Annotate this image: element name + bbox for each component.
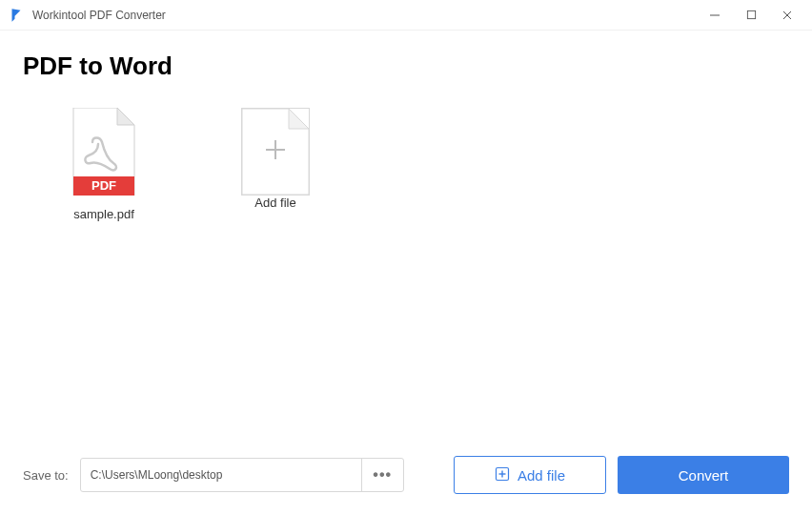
browse-button[interactable]: ••• xyxy=(361,459,403,491)
pdf-badge-text: PDF xyxy=(91,178,116,193)
minimize-button[interactable] xyxy=(705,6,724,25)
app-logo-icon xyxy=(8,7,25,24)
page-title: PDF to Word xyxy=(23,52,789,81)
svg-rect-1 xyxy=(747,10,755,18)
file-name-label: sample.pdf xyxy=(73,207,134,221)
close-button[interactable] xyxy=(778,6,797,25)
svg-marker-8 xyxy=(289,109,309,129)
svg-marker-5 xyxy=(117,108,134,125)
maximize-button[interactable] xyxy=(741,6,761,25)
plus-icon xyxy=(262,136,289,167)
window-controls xyxy=(705,6,797,25)
pdf-file-icon: PDF xyxy=(70,108,138,196)
add-file-tile-label: Add file xyxy=(254,196,295,210)
add-file-button[interactable]: Add file xyxy=(454,456,606,494)
add-file-plus-icon xyxy=(495,466,510,484)
save-path-input[interactable] xyxy=(81,459,361,491)
add-file-tile[interactable]: Add file xyxy=(233,108,318,221)
save-to-label: Save to: xyxy=(23,468,69,483)
convert-button[interactable]: Convert xyxy=(618,456,789,494)
file-grid: PDF sample.pdf Add file xyxy=(23,108,789,221)
bottom-bar: Save to: ••• Add file Convert xyxy=(23,456,789,494)
add-file-button-label: Add file xyxy=(518,467,565,484)
app-title: Workintool PDF Converter xyxy=(32,9,705,22)
file-item[interactable]: PDF sample.pdf xyxy=(61,108,147,221)
titlebar: Workintool PDF Converter xyxy=(0,0,812,31)
content-area: PDF to Word PDF sample.pdf xyxy=(0,31,812,221)
add-file-icon-box[interactable] xyxy=(241,108,310,196)
save-path-field: ••• xyxy=(80,458,404,492)
